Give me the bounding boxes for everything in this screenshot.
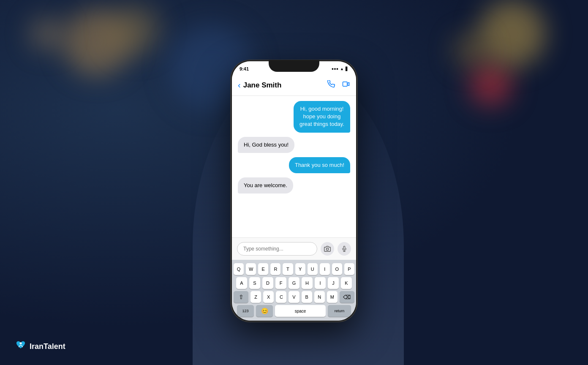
brand-logo: IranTalent (15, 340, 65, 352)
key-a[interactable]: A (236, 277, 247, 289)
contact-name: Jane Smith (243, 81, 282, 90)
key-i[interactable]: I (320, 263, 330, 275)
chat-header: ‹ Jane Smith (232, 75, 356, 96)
key-n[interactable]: N (314, 291, 325, 303)
key-g[interactable]: G (289, 277, 299, 289)
key-q[interactable]: Q (234, 263, 244, 275)
phone-screen: 9:41 ●●● ▲ ▋ ‹ Jane Smith (232, 61, 356, 321)
key-x[interactable]: X (263, 291, 274, 303)
wifi-icon: ▲ (340, 67, 344, 71)
svg-point-1 (326, 248, 328, 250)
keyboard-row-4: 123 😊 space return (234, 305, 354, 317)
key-p[interactable]: P (344, 263, 354, 275)
svg-rect-0 (343, 82, 348, 87)
back-button[interactable]: ‹ (238, 80, 241, 90)
keyboard-row-2: A S D F G H I J K (234, 277, 354, 289)
key-v[interactable]: V (289, 291, 299, 303)
emoji-key[interactable]: 😊 (256, 305, 273, 317)
key-w[interactable]: W (246, 263, 256, 275)
key-k[interactable]: K (341, 277, 352, 289)
key-b[interactable]: B (302, 291, 312, 303)
key-r[interactable]: R (270, 263, 280, 275)
brand-name: IranTalent (30, 342, 65, 351)
status-icons: ●●● ▲ ▋ (332, 67, 348, 71)
message-bubble-sent-1: Hi, good morning! hope you doing great t… (294, 101, 350, 133)
status-time: 9:41 (240, 66, 249, 71)
messages-area: Hi, good morning! hope you doing great t… (232, 96, 356, 237)
key-d[interactable]: D (262, 277, 273, 289)
key-y[interactable]: Y (295, 263, 305, 275)
key-z[interactable]: Z (250, 291, 261, 303)
key-i2[interactable]: I (315, 277, 326, 289)
header-right (327, 80, 350, 90)
scene: 9:41 ●●● ▲ ▋ ‹ Jane Smith (0, 0, 588, 365)
camera-button[interactable] (321, 242, 334, 256)
header-left: ‹ Jane Smith (238, 80, 281, 90)
phone-notch (269, 60, 319, 72)
key-j[interactable]: J (328, 277, 339, 289)
key-f[interactable]: F (275, 277, 286, 289)
message-bubble-received-2: You are welcome. (238, 177, 293, 193)
key-123[interactable]: 123 (237, 305, 254, 317)
brand-icon (15, 340, 26, 352)
svg-point-4 (19, 342, 22, 344)
shift-key[interactable]: ⇧ (234, 291, 248, 303)
signal-icon: ●●● (332, 67, 338, 71)
key-m[interactable]: M (327, 291, 338, 303)
return-key[interactable]: return (328, 305, 351, 317)
key-o[interactable]: O (332, 263, 342, 275)
keyboard-row-3: ⇧ Z X C V B N M ⌫ (234, 291, 354, 303)
key-t[interactable]: T (283, 263, 293, 275)
backspace-key[interactable]: ⌫ (340, 291, 354, 303)
key-c[interactable]: C (276, 291, 286, 303)
key-s[interactable]: S (249, 277, 260, 289)
keyboard-row-1: Q W E R T Y U I O P (234, 263, 354, 275)
message-bubble-sent-2: Thank you so much! (289, 157, 350, 173)
call-button[interactable] (327, 80, 335, 90)
battery-icon: ▋ (346, 67, 348, 71)
key-e[interactable]: E (258, 263, 268, 275)
mic-button[interactable] (338, 242, 351, 256)
space-key[interactable]: space (275, 305, 326, 317)
key-u[interactable]: U (308, 263, 318, 275)
message-bubble-received-1: Hi, God bless you! (238, 137, 294, 153)
phone-device: 9:41 ●●● ▲ ▋ ‹ Jane Smith (231, 60, 357, 322)
message-input[interactable] (237, 242, 317, 256)
video-button[interactable] (342, 80, 350, 90)
key-h[interactable]: H (302, 277, 313, 289)
input-area (232, 237, 356, 260)
keyboard: Q W E R T Y U I O P A S D F G (232, 260, 356, 321)
